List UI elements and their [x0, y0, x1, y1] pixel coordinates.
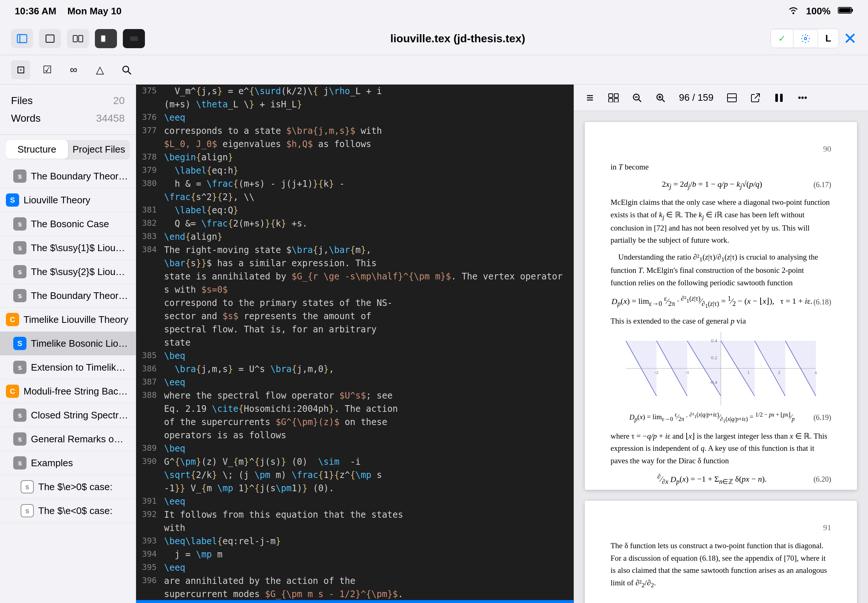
page-number-91: 91: [611, 523, 831, 532]
sidebar-item-item-timelike-s[interactable]: STimelike Bosonic Liouville T...: [0, 332, 136, 356]
sidebar-item-item-timelike-c[interactable]: CTimelike Liouville Theory: [0, 308, 136, 332]
item-badge: s: [13, 456, 26, 470]
line-content: \eeq: [164, 495, 568, 508]
eq-617: 2xj = 2dj/b = 1 − q/p − kj√(p/q) (6.17): [611, 179, 831, 190]
code-line: 387\eeq: [136, 376, 573, 389]
sidebar-item-item-general[interactable]: sGeneral Remarks on Search...: [0, 427, 136, 451]
sidebar-stats: Files 20 Words 34458: [0, 85, 136, 135]
sidebar-item-item-susy2[interactable]: sThe $\susy{2}$ Liouville Th...: [0, 260, 136, 284]
line-content: \frac{s^2}{2}, \\: [164, 190, 568, 204]
single-col-btn[interactable]: [39, 29, 61, 48]
line-number: [142, 521, 164, 535]
eq-619: Dp(x) = limε→0 ε⁄2π · ∂²1(x|q/p+iε)⁄∂1(x…: [611, 411, 831, 424]
sidebar: Files 20 Words 34458 Structure Project F…: [0, 85, 136, 603]
code-line: 392It follows from this equation that th…: [136, 508, 573, 521]
line-number: [142, 270, 164, 296]
line-number: 396: [142, 574, 164, 588]
svg-rect-2: [851, 9, 853, 12]
sidebar-tabs: Structure Project Files: [6, 140, 130, 159]
line-content: Q &= \frac{2(m+s)}{k} +s.: [164, 217, 568, 230]
infinity-btn[interactable]: ∞: [64, 60, 83, 79]
tab-structure[interactable]: Structure: [6, 140, 68, 159]
line-content: G^{\pm}(z) V_{m}^{j(s)} (0) \sim -i: [164, 455, 568, 468]
sidebar-item-item-e0b[interactable]: sThe $\e<0$ case:: [0, 499, 136, 523]
search-btn[interactable]: [117, 60, 136, 79]
line-number: 386: [142, 363, 164, 376]
code-line: 383\end{align}: [136, 230, 573, 243]
snapshot-btn[interactable]: ⊡: [11, 60, 30, 79]
line-content: correspond to the primary states of the …: [164, 296, 568, 309]
status-bar-left: 10:36 AM Mon May 10: [15, 6, 122, 17]
sidebar-item-item-susy1[interactable]: sThe $\susy{1}$ Liouville Th...: [0, 236, 136, 260]
code-line: (m+s) \theta_L \} + isH_L}: [136, 98, 573, 111]
grid-view-btn[interactable]: [605, 89, 622, 107]
toolbar-right: ✓ L ✕: [771, 29, 857, 48]
sidebar-item-item-moduli[interactable]: CModuli-free String Backgro...: [0, 379, 136, 404]
checkbox-btn[interactable]: ☑: [37, 60, 57, 79]
sidebar-item-item-e0[interactable]: sThe $\e>0$ case:: [0, 475, 136, 499]
sync-scroll-btn[interactable]: [723, 89, 741, 107]
item-badge: s: [13, 217, 26, 230]
time-display: 10:36 AM: [15, 6, 56, 17]
zoom-out-btn[interactable]: [628, 89, 646, 107]
line-content: operators is as follows: [164, 429, 568, 442]
item-badge: s: [21, 480, 34, 493]
item-label: Timelike Liouville Theory: [23, 314, 128, 325]
line-number: [142, 468, 164, 482]
double-col-btn[interactable]: [67, 29, 89, 48]
code-line: \sqrt{2/k} \; (j \pm m) \frac{1}{z^{\mp …: [136, 468, 573, 482]
editor-content[interactable]: 375 V_m^{j,s} = e^{\surd(k/2)\{ j\rho_L …: [136, 85, 573, 600]
line-number: 391: [142, 495, 164, 508]
line-content: V_m^{j,s} = e^{\surd(k/2)\{ j\rho_L + i: [164, 85, 568, 98]
code-line: state: [136, 336, 573, 349]
pdf-text-in-t: in T become: [611, 161, 831, 173]
prev-page-btn[interactable]: [581, 89, 599, 107]
zoom-in-btn[interactable]: [652, 89, 669, 107]
sidebar-item-item-extension[interactable]: sExtension to Timelike $\sus...: [0, 356, 136, 379]
sidebar-item-item-liouville[interactable]: SLiouville Theory: [0, 188, 136, 212]
line-content: \begin{align}: [164, 151, 568, 164]
line-content: \sqrt{2/k} \; (j \pm m) \frac{1}{z^{\mp …: [164, 468, 568, 482]
item-badge: S: [13, 337, 26, 350]
item-badge: s: [13, 241, 26, 254]
line-content: h & = \frac{(m+s) - j(j+1)}{k} -: [164, 177, 568, 190]
line-number: [142, 296, 164, 309]
L-mode-btn[interactable]: L: [818, 29, 839, 48]
half-dark-btn[interactable]: [95, 29, 117, 48]
pdf-text-619-note: where τ = −q/p + iε and ⌊x⌋ is the large…: [611, 430, 831, 467]
files-stat: Files 20: [11, 92, 125, 110]
sidebar-item-item-closed[interactable]: sClosed String Spectrum: [0, 404, 136, 427]
tab-project-files[interactable]: Project Files: [68, 140, 130, 159]
code-line: operators is as follows: [136, 429, 573, 442]
sidebar-item-item-examples[interactable]: sExamples: [0, 451, 136, 475]
code-line: sector and $s$ represents the amount of: [136, 309, 573, 323]
pause-btn[interactable]: [770, 89, 788, 107]
line-content: \eeq: [164, 376, 568, 389]
preview-content[interactable]: 90 in T become 2xj = 2dj/b = 1 − q/p − k…: [574, 111, 868, 603]
close-btn[interactable]: ✕: [843, 29, 857, 48]
sidebar-item-item-bosonic[interactable]: sThe Bosonic Case: [0, 212, 136, 236]
item-label: The Boundary Theory -- D-...: [31, 290, 128, 302]
check-compile-btn[interactable]: ✓: [771, 30, 793, 48]
status-bar: 10:36 AM Mon May 10 100%: [0, 0, 868, 22]
full-dark-btn[interactable]: [123, 29, 145, 48]
code-line: 396are annihilated by the action of the: [136, 574, 573, 588]
line-number: [142, 416, 164, 429]
external-link-btn[interactable]: [747, 89, 764, 107]
line-number: 387: [142, 376, 164, 389]
svg-rect-9: [101, 35, 105, 42]
line-number: [142, 482, 164, 495]
pdf-page-90: 90 in T become 2xj = 2dj/b = 1 − q/p − k…: [585, 122, 857, 490]
svg-line-21: [639, 99, 641, 102]
app-container: liouville.tex (jd-thesis.tex) ✓ L ✕ ⊡ ☑ …: [0, 22, 868, 603]
settings-btn[interactable]: [793, 30, 818, 47]
warning-btn[interactable]: △: [90, 60, 110, 79]
status-bar-right: 100%: [788, 6, 854, 17]
item-label: The $\susy{1}$ Liouville Th...: [31, 242, 128, 254]
sidebar-toggle-btn[interactable]: [11, 29, 33, 48]
sidebar-item-item-boundary1[interactable]: sThe Boundary Theory -- D-...: [0, 164, 136, 188]
item-label: Closed String Spectrum: [31, 410, 128, 421]
sidebar-item-item-boundary2[interactable]: sThe Boundary Theory -- D-...: [0, 284, 136, 308]
more-options-btn[interactable]: •••: [794, 89, 811, 107]
item-badge: s: [13, 432, 26, 445]
